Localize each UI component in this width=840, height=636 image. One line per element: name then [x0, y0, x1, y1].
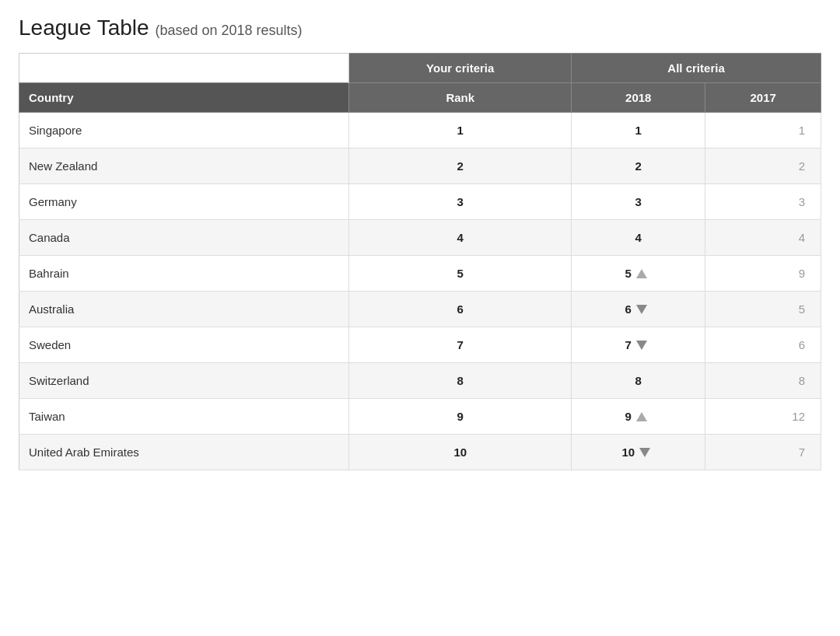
country-column-header: Country: [19, 83, 349, 113]
2018-rank-cell: 10: [572, 435, 705, 470]
blank-header: [19, 54, 349, 83]
country-cell: Canada: [19, 220, 349, 256]
rank-cell: 1: [349, 113, 572, 149]
rank-cell: 9: [349, 399, 572, 435]
2018-rank-number: 7: [625, 338, 632, 351]
country-cell: Singapore: [19, 113, 349, 149]
table-row: Canada444: [19, 220, 821, 256]
2017-rank-cell: 9: [705, 256, 821, 292]
country-cell: Bahrain: [19, 256, 349, 292]
table-row: Bahrain559: [19, 256, 821, 292]
table-row: Germany333: [19, 184, 821, 220]
country-cell: Switzerland: [19, 363, 349, 399]
2018-rank-cell: 6: [572, 292, 705, 327]
2017-rank-cell: 2: [705, 149, 821, 184]
title-sub: (based on 2018 results): [155, 23, 302, 38]
2018-rank-number: 5: [625, 267, 632, 280]
page-title: League Table (based on 2018 results): [19, 16, 821, 40]
country-cell: New Zealand: [19, 149, 349, 184]
table-row: United Arab Emirates10107: [19, 435, 821, 470]
2017-rank-cell: 12: [705, 399, 821, 435]
2017-column-header: 2017: [705, 83, 821, 113]
trend-down-icon: [639, 448, 650, 457]
country-cell: Germany: [19, 184, 349, 220]
rank-cell: 8: [349, 363, 572, 399]
2017-rank-cell: 3: [705, 184, 821, 220]
rank-cell: 3: [349, 184, 572, 220]
2017-rank-cell: 4: [705, 220, 821, 256]
2017-rank-cell: 6: [705, 327, 821, 363]
2018-rank-cell: 2: [572, 149, 705, 184]
2018-rank-number: 10: [621, 446, 635, 459]
table-row: Switzerland888: [19, 363, 821, 399]
2018-column-header: 2018: [572, 83, 705, 113]
trend-down-icon: [636, 341, 647, 350]
rank-cell: 6: [349, 292, 572, 327]
rank-cell: 10: [349, 435, 572, 470]
2018-rank-number: 9: [625, 410, 632, 423]
2017-rank-cell: 1: [705, 113, 821, 149]
country-cell: United Arab Emirates: [19, 435, 349, 470]
country-cell: Sweden: [19, 327, 349, 363]
rank-cell: 5: [349, 256, 572, 292]
2017-rank-cell: 5: [705, 292, 821, 327]
2018-rank-cell: 5: [572, 256, 705, 292]
2017-rank-cell: 7: [705, 435, 821, 470]
rank-cell: 4: [349, 220, 572, 256]
2018-rank-cell: 7: [572, 327, 705, 363]
2018-rank-cell: 3: [572, 184, 705, 220]
2018-rank-cell: 4: [572, 220, 705, 256]
all-criteria-header: All criteria: [572, 54, 821, 83]
country-cell: Australia: [19, 292, 349, 327]
2018-rank-number: 2: [635, 159, 642, 173]
rank-cell: 2: [349, 149, 572, 184]
trend-down-icon: [636, 305, 647, 314]
2017-rank-cell: 8: [705, 363, 821, 399]
2018-rank-number: 8: [635, 374, 642, 387]
league-table: Your criteria All criteria Country Rank …: [19, 53, 821, 470]
table-row: Taiwan9912: [19, 399, 821, 435]
your-criteria-header: Your criteria: [349, 54, 572, 83]
2018-rank-number: 4: [635, 231, 642, 244]
table-row: Australia665: [19, 292, 821, 327]
2018-rank-cell: 1: [572, 113, 705, 149]
2018-rank-number: 6: [625, 302, 632, 316]
title-main: League Table: [19, 16, 149, 40]
rank-column-header: Rank: [349, 83, 572, 113]
table-row: Singapore111: [19, 113, 821, 149]
table-row: Sweden776: [19, 327, 821, 363]
trend-up-icon: [636, 412, 647, 421]
rank-cell: 7: [349, 327, 572, 363]
2018-rank-cell: 8: [572, 363, 705, 399]
table-row: New Zealand222: [19, 149, 821, 184]
2018-rank-number: 3: [635, 195, 642, 208]
trend-up-icon: [636, 269, 647, 278]
2018-rank-cell: 9: [572, 399, 705, 435]
2018-rank-number: 1: [635, 124, 642, 137]
country-cell: Taiwan: [19, 399, 349, 435]
